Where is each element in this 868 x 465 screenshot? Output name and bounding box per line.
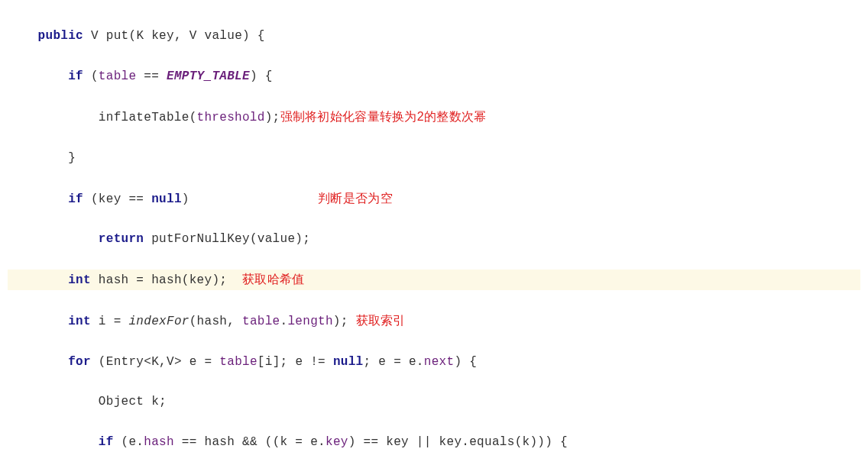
- code-line: public V put(K key, V value) {: [8, 26, 860, 46]
- code-line: Object k;: [8, 392, 860, 412]
- code-line: inflateTable(threshold);强制将初始化容量转换为2的整数次…: [8, 107, 860, 128]
- code-line: return putForNullKey(value);: [8, 229, 860, 249]
- code-line: if (e.hash == hash && ((k = e.key) == ke…: [8, 432, 860, 452]
- code-line: }: [8, 148, 860, 168]
- annotation: 获取哈希值: [242, 273, 305, 286]
- code-line: if (table == EMPTY_TABLE) {: [8, 66, 860, 86]
- annotation: 强制将初始化容量转换为2的整数次幂: [280, 110, 487, 123]
- code-line: if (key == null) 判断是否为空: [8, 189, 860, 209]
- keyword-public: public: [38, 29, 83, 43]
- code-block: public V put(K key, V value) { if (table…: [8, 6, 860, 465]
- code-line-highlighted: int hash = hash(key); 获取哈希值: [8, 270, 860, 290]
- annotation: 获取索引: [356, 314, 406, 327]
- code-line: int i = indexFor(hash, table.length); 获取…: [8, 311, 860, 331]
- annotation: 判断是否为空: [318, 192, 393, 205]
- code-line: for (Entry<K,V> e = table[i]; e != null;…: [8, 352, 860, 372]
